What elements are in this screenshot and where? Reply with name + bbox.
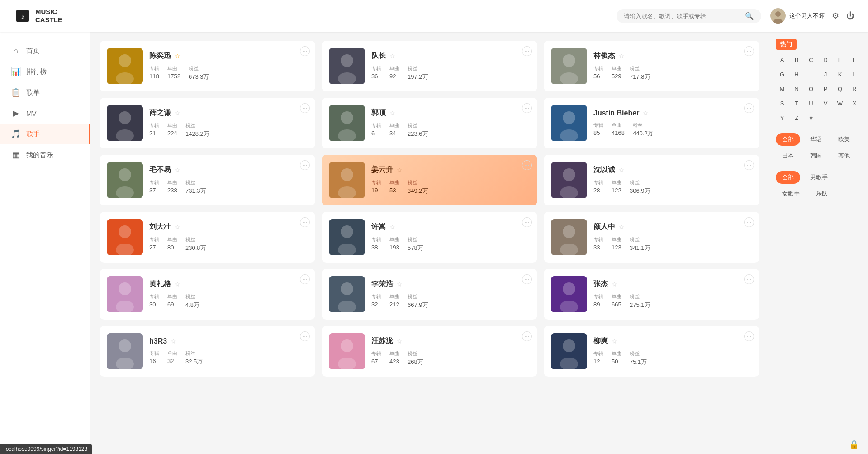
lang-tab-全部[interactable]: 全部 [776,133,800,146]
singer-card-1[interactable]: 陈奕迅 ☆ 专辑 118 单曲 1752 粉丝 673.3万 ··· [100,41,315,91]
singer-card-6[interactable]: Justin Bieber ☆ 专辑 85 单曲 4168 粉丝 440.2万 … [544,98,759,148]
card-more-btn[interactable]: ··· [744,331,754,341]
lang-tab-华语[interactable]: 华语 [804,133,828,146]
logo[interactable]: ♪ MUSIC CASTLE [14,7,62,25]
alpha-btn-X[interactable]: X [848,97,861,110]
gender-tab-女歌手[interactable]: 女歌手 [776,187,806,200]
gender-tab-乐队[interactable]: 乐队 [810,187,834,200]
alpha-btn-N[interactable]: N [790,82,803,95]
star-icon[interactable]: ☆ [389,110,395,117]
star-icon[interactable]: ☆ [175,53,180,60]
star-icon[interactable]: ☆ [175,167,180,174]
card-more-btn[interactable]: ··· [522,46,532,56]
singer-card-10[interactable]: 刘大壮 ☆ 专辑 27 单曲 80 粉丝 230.8万 ··· [100,212,315,263]
alpha-btn-I[interactable]: I [805,68,817,81]
singer-card-13[interactable]: 黄礼格 ☆ 专辑 30 单曲 69 粉丝 4.8万 ··· [100,269,315,320]
singer-card-9[interactable]: 沈以诚 ☆ 专辑 28 单曲 122 粉丝 306.9万 ··· [544,155,759,205]
singer-card-14[interactable]: 李荣浩 ☆ 专辑 32 单曲 212 粉丝 667.9万 ··· [322,269,537,320]
alpha-btn-M[interactable]: M [776,82,788,95]
sidebar-item-singer[interactable]: 🎵 歌手 [0,124,90,144]
star-icon[interactable]: ☆ [643,110,649,117]
star-icon[interactable]: ☆ [397,167,403,174]
card-more-btn[interactable]: ··· [522,331,532,341]
star-icon[interactable]: ☆ [619,53,625,60]
alpha-btn-A[interactable]: A [776,53,788,66]
star-icon[interactable]: ☆ [619,167,625,174]
singer-card-12[interactable]: 颜人中 ☆ 专辑 33 单曲 123 粉丝 341.1万 ··· [544,212,759,263]
gender-tab-全部[interactable]: 全部 [776,171,800,184]
sidebar-item-chart[interactable]: 📊 排行榜 [0,61,90,82]
star-icon[interactable]: ☆ [389,224,395,231]
alpha-btn-E[interactable]: E [834,53,846,66]
alpha-btn-D[interactable]: D [819,53,832,66]
lang-tab-韩国[interactable]: 韩国 [804,149,828,162]
alpha-btn-C[interactable]: C [805,53,817,66]
power-icon[interactable]: ⏻ [846,11,854,21]
alpha-btn-G[interactable]: G [776,68,788,81]
singer-card-4[interactable]: 薛之谦 ☆ 专辑 21 单曲 224 粉丝 1428.2万 ··· [100,98,315,148]
user-info[interactable]: 这个男人不坏 [770,8,825,24]
singer-card-11[interactable]: 许嵩 ☆ 专辑 38 单曲 193 粉丝 578万 ··· [322,212,537,263]
gender-tab-男歌手[interactable]: 男歌手 [804,171,834,184]
star-icon[interactable]: ☆ [389,53,395,60]
search-input[interactable] [624,13,741,19]
alpha-btn-V[interactable]: V [819,97,832,110]
singer-card-8[interactable]: 姜云升 ☆ 专辑 19 单曲 53 粉丝 349.2万 ··· [322,155,537,205]
star-icon[interactable]: ☆ [619,224,625,231]
alpha-btn-K[interactable]: K [834,68,846,81]
card-more-btn[interactable]: ··· [300,274,310,284]
star-icon[interactable]: ☆ [612,281,617,288]
alpha-btn-H[interactable]: H [790,68,803,81]
alpha-btn-S[interactable]: S [776,97,788,110]
card-more-btn[interactable]: ··· [300,46,310,56]
card-more-btn[interactable]: ··· [744,103,754,113]
star-icon[interactable]: ☆ [171,338,176,345]
alpha-btn-O[interactable]: O [805,82,817,95]
singer-card-18[interactable]: 柳爽 ☆ 专辑 12 单曲 50 粉丝 75.1万 ··· [544,326,759,377]
alpha-btn-F[interactable]: F [848,53,861,66]
singer-card-17[interactable]: 汪苏泷 ☆ 专辑 67 单曲 423 粉丝 268万 ··· [322,326,537,377]
card-more-btn[interactable]: ··· [522,160,532,170]
card-more-btn[interactable]: ··· [300,160,310,170]
alpha-btn-J[interactable]: J [819,68,832,81]
alpha-btn-#[interactable]: # [805,111,817,124]
card-more-btn[interactable]: ··· [300,217,310,227]
card-more-btn[interactable]: ··· [744,160,754,170]
alpha-btn-W[interactable]: W [834,97,846,110]
sidebar-item-playlist[interactable]: 📋 歌单 [0,82,90,103]
star-icon[interactable]: ☆ [612,338,617,345]
alpha-btn-B[interactable]: B [790,53,803,66]
hot-badge[interactable]: 热门 [776,39,797,50]
card-more-btn[interactable]: ··· [300,331,310,341]
star-icon[interactable]: ☆ [397,281,403,288]
alpha-btn-Z[interactable]: Z [790,111,803,124]
alpha-btn-R[interactable]: R [848,82,861,95]
card-more-btn[interactable]: ··· [522,217,532,227]
card-more-btn[interactable]: ··· [300,103,310,113]
card-more-btn[interactable]: ··· [522,274,532,284]
alpha-btn-Y[interactable]: Y [776,111,788,124]
search-icon[interactable]: 🔍 [745,12,754,20]
lang-tab-日本[interactable]: 日本 [776,149,800,162]
singer-card-7[interactable]: 毛不易 ☆ 专辑 37 单曲 238 粉丝 731.3万 ··· [100,155,315,205]
settings-icon[interactable]: ⚙ [832,11,839,21]
star-icon[interactable]: ☆ [175,110,180,117]
star-icon[interactable]: ☆ [175,281,180,288]
card-more-btn[interactable]: ··· [522,103,532,113]
search-bar[interactable]: 🔍 [617,9,761,23]
card-more-btn[interactable]: ··· [744,274,754,284]
card-more-btn[interactable]: ··· [744,46,754,56]
singer-card-5[interactable]: 郭顶 ☆ 专辑 6 单曲 34 粉丝 223.6万 ··· [322,98,537,148]
star-icon[interactable]: ☆ [397,338,403,345]
sidebar-item-mv[interactable]: ▶ MV [0,103,90,124]
alpha-btn-U[interactable]: U [805,97,817,110]
lang-tab-欧美[interactable]: 欧美 [832,133,856,146]
alpha-btn-P[interactable]: P [819,82,832,95]
singer-card-16[interactable]: h3R3 ☆ 专辑 16 单曲 32 粉丝 32.5万 ··· [100,326,315,377]
alpha-btn-T[interactable]: T [790,97,803,110]
card-more-btn[interactable]: ··· [744,217,754,227]
alpha-btn-L[interactable]: L [848,68,861,81]
alpha-btn-Q[interactable]: Q [834,82,846,95]
lang-tab-其他[interactable]: 其他 [832,149,856,162]
singer-card-15[interactable]: 张杰 ☆ 专辑 89 单曲 665 粉丝 275.1万 ··· [544,269,759,320]
